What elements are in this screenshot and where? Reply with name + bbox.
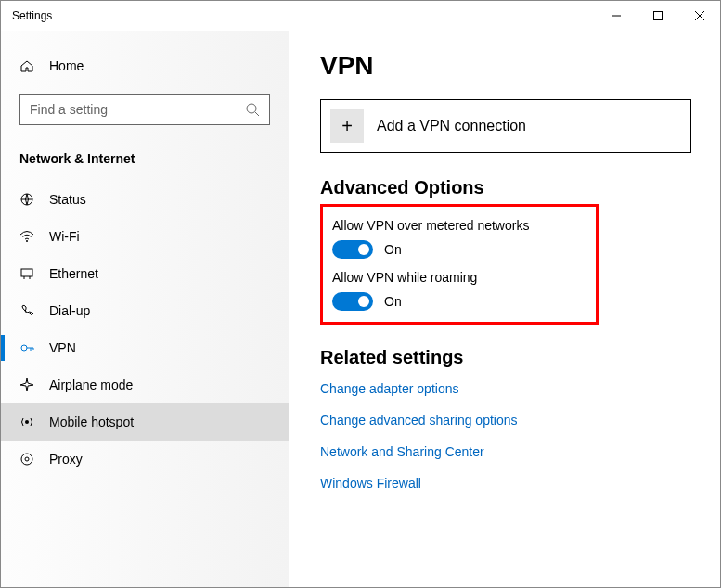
nav-label: Ethernet <box>49 266 98 281</box>
link-adapter[interactable]: Change adapter options <box>320 381 705 396</box>
add-vpn-label: Add a VPN connection <box>377 118 526 134</box>
close-button[interactable] <box>678 2 720 30</box>
search-input[interactable] <box>30 102 245 117</box>
sidebar-item-vpn[interactable]: VPN <box>1 329 289 366</box>
sidebar-item-dialup[interactable]: Dial-up <box>1 292 289 329</box>
home-button[interactable]: Home <box>1 49 289 83</box>
home-icon <box>19 58 34 73</box>
link-center[interactable]: Network and Sharing Center <box>320 444 705 459</box>
metered-toggle[interactable] <box>332 240 373 259</box>
roaming-label: Allow VPN while roaming <box>332 270 586 285</box>
maximize-button[interactable] <box>637 2 678 30</box>
roaming-toggle[interactable] <box>332 292 373 311</box>
nav-label: Airplane mode <box>49 377 133 392</box>
link-sharing[interactable]: Change advanced sharing options <box>320 413 705 428</box>
wifi-icon <box>19 229 34 244</box>
add-vpn-button[interactable]: + Add a VPN connection <box>320 99 691 153</box>
home-label: Home <box>49 58 84 73</box>
search-box[interactable] <box>19 94 270 125</box>
section-title: Network & Internet <box>1 144 289 181</box>
ethernet-icon <box>19 266 34 281</box>
svg-line-5 <box>255 112 259 116</box>
svg-rect-9 <box>21 269 32 276</box>
metered-state: On <box>384 242 402 257</box>
dialup-icon <box>19 303 34 318</box>
titlebar: Settings <box>1 1 720 31</box>
sidebar-item-wifi[interactable]: Wi-Fi <box>1 218 289 255</box>
sidebar-item-ethernet[interactable]: Ethernet <box>1 255 289 292</box>
advanced-options-title: Advanced Options <box>320 177 705 198</box>
highlighted-region: Allow VPN over metered networks On Allow… <box>320 204 599 325</box>
nav-label: Dial-up <box>49 303 90 318</box>
sidebar-item-hotspot[interactable]: Mobile hotspot <box>1 403 289 441</box>
sidebar-item-proxy[interactable]: Proxy <box>1 441 289 478</box>
search-icon <box>245 102 260 117</box>
link-firewall[interactable]: Windows Firewall <box>320 476 705 491</box>
nav-label: Wi-Fi <box>49 229 80 244</box>
page-title: VPN <box>320 51 705 81</box>
svg-point-17 <box>21 454 32 465</box>
nav-label: VPN <box>49 340 76 355</box>
related-settings-title: Related settings <box>320 347 705 368</box>
sidebar-item-status[interactable]: Status <box>1 181 289 218</box>
svg-rect-1 <box>653 12 662 20</box>
svg-point-16 <box>25 420 29 424</box>
nav-label: Status <box>49 192 86 207</box>
svg-point-12 <box>21 345 27 351</box>
nav-label: Mobile hotspot <box>49 415 134 429</box>
roaming-state: On <box>384 294 402 309</box>
hotspot-icon <box>19 415 34 429</box>
status-icon <box>19 192 34 207</box>
proxy-icon <box>19 452 34 467</box>
nav-label: Proxy <box>49 452 83 467</box>
plus-icon: + <box>330 109 364 143</box>
svg-point-18 <box>25 457 29 461</box>
minimize-button[interactable] <box>595 2 637 30</box>
content-area: VPN + Add a VPN connection Advanced Opti… <box>300 31 720 587</box>
svg-point-4 <box>247 104 256 113</box>
sidebar-item-airplane[interactable]: Airplane mode <box>1 366 289 403</box>
vpn-icon <box>19 340 34 355</box>
sidebar: Home Network & Internet Status Wi-Fi Eth… <box>1 31 289 587</box>
window-title: Settings <box>12 9 52 22</box>
metered-label: Allow VPN over metered networks <box>332 218 586 233</box>
airplane-icon <box>19 377 34 392</box>
svg-point-8 <box>26 240 28 242</box>
